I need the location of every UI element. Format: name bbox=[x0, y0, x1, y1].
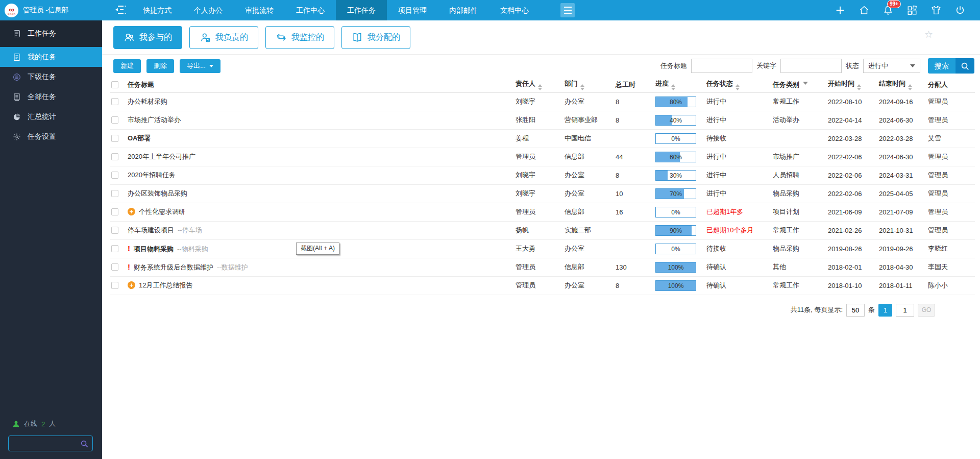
collapse-menu-icon[interactable] bbox=[113, 4, 127, 16]
tab-button[interactable]: 我分配的 bbox=[341, 26, 410, 49]
column-header[interactable]: 任务标题 bbox=[128, 77, 516, 92]
sidebar-module-header[interactable]: 工作任务 bbox=[0, 20, 102, 47]
task-title-filter-input[interactable] bbox=[691, 59, 752, 73]
nav-item[interactable]: 快捷方式 bbox=[132, 0, 183, 20]
status-filter-select[interactable]: 进行中 bbox=[863, 59, 920, 73]
assigner-cell: 管理员 bbox=[928, 111, 975, 129]
tab-button[interactable]: 我负责的 bbox=[189, 26, 258, 49]
home-icon[interactable] bbox=[859, 5, 870, 16]
row-checkbox[interactable] bbox=[111, 172, 118, 179]
table-row[interactable]: 办公区装饰物品采购刘晓宇办公室1070%进行中物品采购2022-02-06202… bbox=[110, 184, 975, 203]
nav-item[interactable]: 工作任务 bbox=[336, 0, 387, 20]
row-checkbox[interactable] bbox=[111, 116, 118, 124]
current-page-button[interactable]: 1 bbox=[878, 304, 892, 317]
filter-caret-icon[interactable] bbox=[803, 82, 808, 87]
nav-item[interactable]: 工作中心 bbox=[285, 0, 336, 20]
sort-icon[interactable] bbox=[580, 84, 584, 90]
column-header[interactable]: 任务状态 bbox=[706, 77, 773, 92]
sort-icon[interactable] bbox=[857, 84, 861, 90]
plus-icon[interactable] bbox=[835, 5, 846, 16]
keyword-filter-input[interactable] bbox=[780, 59, 842, 73]
task-title-link[interactable]: OA部署 bbox=[128, 134, 151, 142]
table-row[interactable]: 市场推广活动举办张胜阳营销事业部840%进行中活动举办2022-04-14202… bbox=[110, 111, 975, 129]
favorite-star-icon[interactable]: ☆ bbox=[924, 30, 933, 39]
new-button[interactable]: 新建 bbox=[113, 59, 141, 73]
search-icon[interactable] bbox=[80, 440, 88, 448]
sidebar-item[interactable]: 汇总统计 bbox=[0, 107, 102, 127]
table-row[interactable]: +个性化需求调研管理员信息部160%已超期1年多项目计划2021-06-0920… bbox=[110, 203, 975, 221]
sidebar-module-title: 工作任务 bbox=[28, 29, 56, 38]
more-menu-button[interactable] bbox=[560, 3, 575, 17]
task-title-link[interactable]: 停车场建设项目 bbox=[128, 226, 174, 234]
task-title-link[interactable]: 办公区装饰物品采购 bbox=[128, 189, 187, 197]
nav-item[interactable]: 个人办公 bbox=[183, 0, 234, 20]
table-row[interactable]: 2020年招聘任务刘晓宇办公室830%进行中人员招聘2022-02-062024… bbox=[110, 166, 975, 184]
row-checkbox[interactable] bbox=[111, 135, 118, 142]
sidebar-item[interactable]: 下级任务 bbox=[0, 67, 102, 87]
search-button[interactable]: 搜索 bbox=[928, 58, 974, 74]
row-checkbox[interactable] bbox=[111, 153, 118, 160]
table-row[interactable]: !项目物料采购--物料采购王大勇办公室0%待接收物品采购2019-08-2620… bbox=[110, 239, 975, 258]
shirt-icon[interactable] bbox=[930, 5, 942, 16]
go-button[interactable]: GO bbox=[918, 304, 935, 317]
task-title-link[interactable]: 市场推广活动举办 bbox=[128, 116, 181, 124]
goto-page-input[interactable] bbox=[896, 304, 914, 317]
table-row[interactable]: 办公耗材采购刘晓宇办公室880%进行中常规工作2022-08-102024-09… bbox=[110, 92, 975, 111]
table-row[interactable]: OA部署姜程中国电信0%待接收2022-03-282022-03-28艾雪 bbox=[110, 129, 975, 148]
column-header[interactable]: 开始时间 bbox=[828, 77, 879, 92]
table-row[interactable]: +12月工作总结报告管理员办公室8100%待确认常规工作2018-01-1020… bbox=[110, 276, 975, 295]
table-row[interactable]: 2020年上半年公司推广管理员信息部4460%进行中市场推广2022-02-06… bbox=[110, 148, 975, 166]
task-title-link[interactable]: 办公耗材采购 bbox=[128, 98, 167, 105]
task-title-link[interactable]: 财务系统升级后台数据维护 bbox=[134, 263, 213, 271]
task-title-link[interactable]: 2020年招聘任务 bbox=[128, 171, 176, 179]
table-row[interactable]: 停车场建设项目--停车场扬帆实施二部90%已超期10个多月常规工作2021-02… bbox=[110, 221, 975, 239]
tab-button[interactable]: 我参与的 bbox=[113, 26, 182, 49]
delete-button[interactable]: 删除 bbox=[146, 59, 174, 73]
sort-icon[interactable] bbox=[671, 84, 675, 90]
progress-cell: 100% bbox=[655, 258, 706, 276]
row-checkbox[interactable] bbox=[111, 190, 118, 197]
sidebar-item[interactable]: 全部任务 bbox=[0, 87, 102, 107]
column-header[interactable]: 进度 bbox=[655, 77, 706, 92]
nav-item[interactable]: 项目管理 bbox=[387, 0, 438, 20]
column-header[interactable]: 责任人 bbox=[516, 77, 565, 92]
tab-button[interactable]: 我监控的 bbox=[265, 26, 334, 49]
brand-area[interactable]: ∞ 华天动力 管理员 -信息部 bbox=[0, 4, 102, 17]
nav-item[interactable]: 文档中心 bbox=[489, 0, 540, 20]
exclamation-icon: ! bbox=[128, 262, 130, 271]
column-header[interactable]: 任务类别 bbox=[773, 77, 828, 92]
row-checkbox[interactable] bbox=[111, 208, 118, 215]
page-size-input[interactable] bbox=[846, 304, 865, 317]
column-header[interactable]: 分配人 bbox=[928, 77, 975, 92]
sidebar-search-input[interactable] bbox=[9, 440, 80, 447]
row-checkbox[interactable] bbox=[111, 245, 118, 252]
sort-icon[interactable] bbox=[908, 84, 912, 90]
row-checkbox[interactable] bbox=[111, 227, 118, 234]
table-row[interactable]: !财务系统升级后台数据维护--数据维护管理员信息部130100%待确认其他201… bbox=[110, 258, 975, 276]
column-header[interactable]: 部门 bbox=[565, 77, 616, 92]
grid-icon[interactable] bbox=[906, 5, 918, 16]
category-cell: 活动举办 bbox=[773, 111, 828, 129]
power-icon[interactable] bbox=[954, 5, 966, 16]
sort-icon[interactable] bbox=[538, 84, 542, 90]
progress-cell: 0% bbox=[655, 203, 706, 221]
row-checkbox[interactable] bbox=[111, 282, 118, 289]
column-header[interactable]: 总工时 bbox=[616, 77, 655, 92]
task-title-link[interactable]: 2020年上半年公司推广 bbox=[128, 153, 195, 160]
sidebar-item[interactable]: 任务设置 bbox=[0, 127, 102, 147]
row-checkbox[interactable] bbox=[111, 263, 118, 271]
task-title-link[interactable]: 12月工作总结报告 bbox=[139, 281, 192, 289]
nav-item[interactable]: 内部邮件 bbox=[438, 0, 489, 20]
export-button[interactable]: 导出... bbox=[180, 59, 220, 73]
toolbar-row: 新建 删除 导出... 任务标题 关键字 状态 进行中 搜索 bbox=[102, 55, 980, 77]
column-header[interactable]: 结束时间 bbox=[879, 77, 928, 92]
row-checkbox[interactable] bbox=[111, 98, 118, 105]
top-bar: ∞ 华天动力 管理员 -信息部 快捷方式个人办公审批流转工作中心工作任务项目管理… bbox=[0, 0, 980, 20]
bell-icon[interactable]: 99+ bbox=[883, 5, 894, 16]
sidebar-item[interactable]: 我的任务 bbox=[0, 47, 102, 67]
nav-item[interactable]: 审批流转 bbox=[234, 0, 285, 20]
sort-icon[interactable] bbox=[736, 84, 740, 90]
task-title-link[interactable]: 项目物料采购 bbox=[134, 245, 174, 253]
task-title-link[interactable]: 个性化需求调研 bbox=[139, 208, 185, 215]
select-all-checkbox[interactable] bbox=[111, 81, 118, 88]
